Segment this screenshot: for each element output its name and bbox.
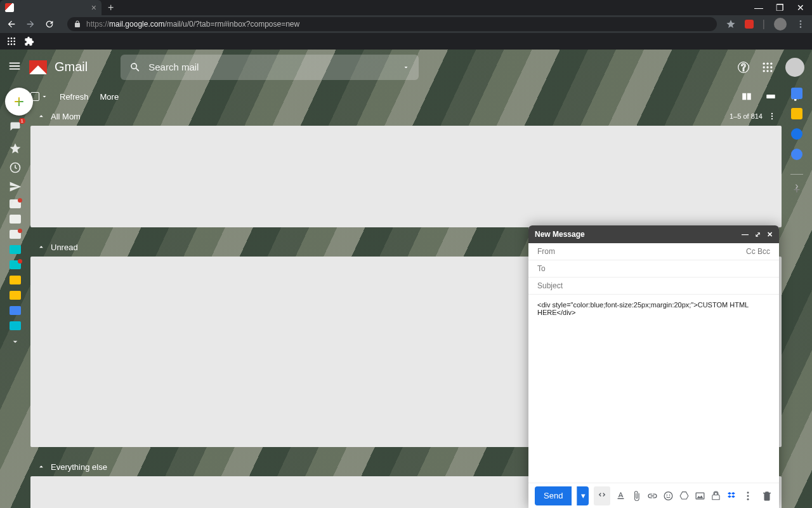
apps-grid-icon[interactable] [6, 36, 16, 46]
url-field[interactable]: https://mail.google.com/mail/u/0/?tab=rm… [67, 17, 717, 31]
split-pane-icon[interactable] [741, 91, 752, 102]
label-folder-icon[interactable] [10, 215, 21, 224]
discard-draft-icon[interactable] [761, 490, 773, 502]
html-toggle-icon[interactable] [594, 486, 610, 505]
close-tab-icon[interactable]: × [91, 3, 96, 13]
compose-body[interactable]: <div style="color:blue;font-size:25px;ma… [528, 295, 779, 483]
to-field[interactable]: To [528, 260, 779, 277]
svg-point-19 [766, 70, 768, 72]
emoji-icon[interactable] [663, 490, 674, 502]
collapse-icon [37, 462, 46, 471]
bookmark-star-icon[interactable] [726, 19, 736, 29]
label-folder-icon[interactable] [10, 291, 21, 300]
svg-point-6 [8, 41, 10, 43]
svg-point-32 [747, 498, 749, 500]
svg-point-23 [771, 113, 773, 114]
compose-title-bar[interactable]: New Message — ⤢ ✕ [528, 225, 779, 243]
browser-chrome: × + — ❐ ✕ https://mail.google.com/mail/u… [0, 0, 812, 50]
minimize-window-icon[interactable]: — [754, 3, 763, 13]
forward-icon[interactable] [25, 19, 36, 29]
search-options-icon[interactable] [402, 64, 410, 71]
svg-point-0 [800, 20, 802, 22]
more-options-icon[interactable] [742, 490, 754, 502]
sent-icon[interactable] [9, 180, 22, 193]
maximize-window-icon[interactable]: ❐ [776, 3, 784, 13]
svg-point-7 [11, 41, 13, 43]
inbox-icon[interactable]: 1 [9, 121, 22, 136]
svg-rect-21 [766, 95, 775, 98]
starred-icon[interactable] [9, 142, 22, 155]
dropbox-icon[interactable] [726, 490, 737, 502]
confidential-icon[interactable] [710, 490, 721, 502]
google-apps-icon[interactable] [761, 61, 774, 74]
gmail-brand: Gmail [55, 60, 88, 74]
keep-addon-icon[interactable] [791, 108, 802, 119]
addon-icon[interactable] [791, 149, 802, 160]
address-bar: https://mail.google.com/mail/u/0/?tab=rm… [0, 15, 812, 33]
svg-point-31 [747, 495, 749, 497]
new-tab-button[interactable]: + [102, 2, 120, 13]
cc-link[interactable]: Cc [746, 247, 756, 256]
collapse-icon [37, 243, 46, 251]
extension-icon[interactable] [745, 20, 754, 29]
account-avatar[interactable] [785, 58, 804, 77]
label-folder-icon[interactable] [10, 245, 21, 254]
section-menu-icon[interactable] [768, 112, 776, 121]
tasks-addon-icon[interactable] [791, 128, 802, 140]
subject-field[interactable]: Subject [528, 277, 779, 295]
refresh-button[interactable]: Refresh [60, 92, 89, 102]
label-folder-icon[interactable] [10, 276, 21, 284]
svg-point-14 [770, 62, 772, 64]
hide-panel-icon[interactable]: › [795, 180, 798, 192]
section-header[interactable]: All Mom 1–5 of 814 [30, 107, 782, 126]
support-icon[interactable] [737, 61, 750, 74]
compose-button[interactable] [5, 88, 33, 116]
browser-tab[interactable]: × [0, 0, 102, 15]
window-controls: — ❐ ✕ [754, 3, 812, 13]
label-folder-icon[interactable] [10, 260, 21, 269]
attach-icon[interactable] [631, 490, 642, 502]
fullscreen-compose-icon[interactable]: ⤢ [755, 231, 761, 239]
minimize-compose-icon[interactable]: — [742, 231, 749, 239]
search-icon [129, 62, 141, 73]
browser-menu-icon[interactable] [796, 19, 806, 29]
url-text: https://mail.google.com/mail/u/0/?tab=rm… [86, 20, 299, 29]
label-folder-icon[interactable] [10, 306, 21, 315]
label-folder-icon[interactable] [10, 230, 21, 239]
calendar-addon-icon[interactable] [791, 88, 802, 99]
mail-list-panel[interactable] [30, 126, 782, 227]
photo-icon[interactable] [695, 490, 705, 502]
link-icon[interactable] [647, 490, 658, 502]
close-compose-icon[interactable]: ✕ [767, 231, 773, 239]
svg-point-1 [800, 23, 802, 25]
svg-point-20 [770, 70, 772, 72]
svg-point-13 [766, 62, 768, 64]
more-labels-icon[interactable] [10, 337, 20, 347]
svg-point-2 [800, 26, 802, 28]
more-button[interactable]: More [100, 92, 119, 102]
search-input[interactable]: Search mail [121, 55, 419, 80]
extensions-icon[interactable] [24, 36, 34, 46]
send-button[interactable]: Send [535, 486, 572, 505]
collapse-icon [37, 112, 46, 121]
snoozed-icon[interactable] [9, 161, 22, 174]
reload-icon[interactable] [44, 19, 55, 29]
back-icon[interactable] [6, 19, 16, 29]
gmail-header: Gmail Search mail [0, 50, 812, 84]
bcc-link[interactable]: Bcc [757, 247, 770, 256]
plus-icon [14, 91, 24, 112]
svg-point-4 [11, 37, 13, 39]
drive-icon[interactable] [679, 490, 690, 502]
svg-point-8 [13, 41, 15, 43]
select-all-checkbox[interactable] [30, 92, 48, 101]
formatting-icon[interactable] [615, 490, 626, 502]
main-menu-icon[interactable] [8, 59, 22, 76]
label-folder-icon[interactable] [10, 199, 21, 208]
input-tools-icon[interactable] [765, 91, 776, 102]
profile-avatar[interactable] [774, 18, 787, 30]
send-options-button[interactable]: ▾ [577, 486, 589, 505]
close-window-icon[interactable]: ✕ [797, 3, 804, 13]
label-folder-icon[interactable] [10, 321, 21, 330]
compose-title: New Message [535, 230, 585, 239]
from-field[interactable]: From Cc Bcc [528, 243, 779, 260]
